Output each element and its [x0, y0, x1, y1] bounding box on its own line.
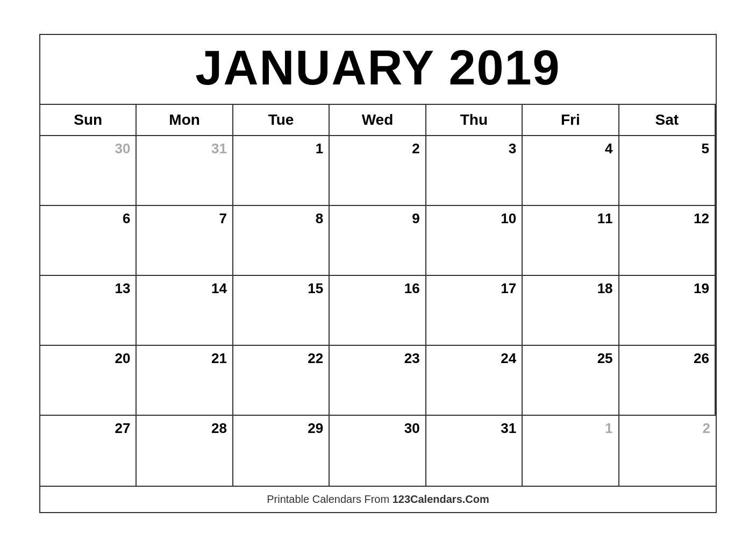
calendar-grid: SunMonTueWedThuFriSat3031123456789101112…	[40, 105, 716, 486]
footer-brand: 123Calendars.Com	[393, 493, 489, 505]
day-cell: 27	[40, 416, 137, 486]
day-cell: 5	[619, 136, 716, 206]
day-cell: 22	[233, 346, 330, 416]
calendar-footer: Printable Calendars From 123Calendars.Co…	[40, 486, 716, 512]
day-cell: 13	[40, 276, 137, 346]
day-cell: 30	[330, 416, 426, 486]
day-cell: 14	[137, 276, 233, 346]
day-cell: 9	[330, 206, 426, 276]
day-cell: 7	[137, 206, 233, 276]
day-cell: 30	[40, 136, 137, 206]
day-cell: 29	[233, 416, 330, 486]
day-cell: 20	[40, 346, 137, 416]
day-cell: 6	[40, 206, 137, 276]
footer-text: Printable Calendars From	[267, 493, 392, 505]
calendar-title: JANUARY 2019	[40, 35, 716, 105]
day-cell: 28	[137, 416, 233, 486]
day-cell: 19	[619, 276, 716, 346]
day-cell: 31	[137, 136, 233, 206]
day-cell: 24	[426, 346, 523, 416]
day-header-thu: Thu	[426, 105, 523, 136]
day-cell: 23	[330, 346, 426, 416]
day-cell: 26	[619, 346, 716, 416]
day-cell: 8	[233, 206, 330, 276]
day-cell: 3	[426, 136, 523, 206]
day-cell: 15	[233, 276, 330, 346]
day-header-sun: Sun	[40, 105, 137, 136]
day-cell: 10	[426, 206, 523, 276]
day-cell: 25	[523, 346, 619, 416]
day-header-fri: Fri	[523, 105, 619, 136]
day-header-sat: Sat	[619, 105, 716, 136]
day-cell: 1	[233, 136, 330, 206]
day-cell: 11	[523, 206, 619, 276]
day-cell: 12	[619, 206, 716, 276]
day-header-tue: Tue	[233, 105, 330, 136]
day-cell: 31	[426, 416, 523, 486]
day-header-wed: Wed	[330, 105, 426, 136]
day-cell: 18	[523, 276, 619, 346]
day-cell: 1	[523, 416, 619, 486]
day-cell: 17	[426, 276, 523, 346]
day-header-mon: Mon	[137, 105, 233, 136]
day-cell: 4	[523, 136, 619, 206]
day-cell: 21	[137, 346, 233, 416]
day-cell: 2	[330, 136, 426, 206]
calendar: JANUARY 2019 SunMonTueWedThuFriSat303112…	[39, 34, 717, 513]
day-cell: 2	[619, 416, 716, 486]
day-cell: 16	[330, 276, 426, 346]
